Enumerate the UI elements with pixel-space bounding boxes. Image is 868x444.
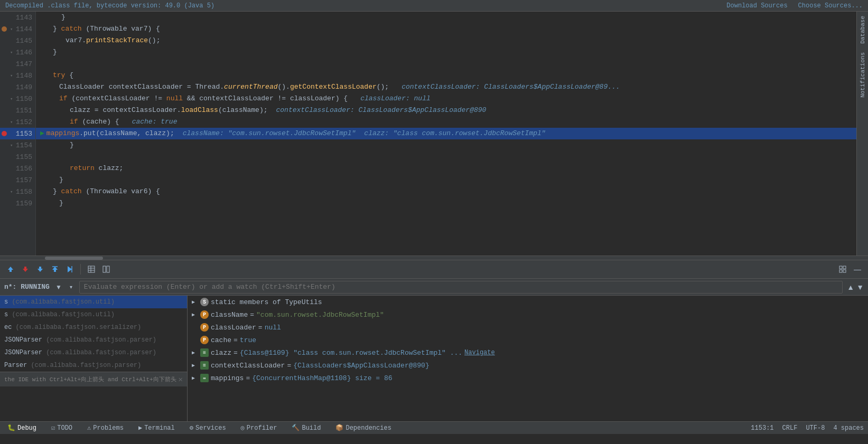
services-icon: ⚙ <box>190 424 193 432</box>
breakpoint-1153[interactable] <box>2 131 7 136</box>
download-sources-link[interactable]: Download Sources <box>726 2 787 10</box>
code-line-1147 <box>36 58 868 70</box>
code-line-1149: ClassLoader contextClassLoader = Thread.… <box>36 81 868 93</box>
right-panel: Database Notifications <box>856 12 868 256</box>
field-icon-contextclassloader: ≡ <box>200 361 209 370</box>
columns-button[interactable] <box>100 263 113 276</box>
step-down-blue-button[interactable] <box>34 263 46 276</box>
var-classLoader[interactable]: ▶ P classLoader = null <box>188 321 868 334</box>
todo-icon: ☑ <box>51 424 55 432</box>
watch-next-button[interactable]: ▼ <box>856 283 864 291</box>
dependencies-icon: 📦 <box>335 424 343 432</box>
status-bar: 🐛 Debug ☑ TODO ⚠ Problems ▶ Terminal ⚙ S… <box>0 421 868 434</box>
stack-frame-1[interactable]: s (com.alibaba.fastjson.util) <box>0 308 187 321</box>
param-icon-classloader: P <box>200 323 209 332</box>
tab-profiler[interactable]: ◎ Profiler <box>238 423 281 433</box>
gutter-row-1155: 1155 <box>0 151 35 163</box>
var-cache[interactable]: ▶ P cache = true <box>188 334 868 346</box>
horizontal-scrollbar[interactable] <box>0 256 868 260</box>
gutter-row-1143: 1143 <box>0 12 35 23</box>
minimize-panel-button[interactable]: — <box>851 263 864 276</box>
code-line-1145: var7.printStackTrace(); <box>36 35 868 46</box>
toolbar-right-buttons: — <box>836 263 864 276</box>
gutter-row-1153: 1153 <box>0 128 35 139</box>
code-line-1151: clazz = contextClassLoader.loadClass(cla… <box>36 105 868 116</box>
problems-icon: ⚠ <box>87 424 91 432</box>
tab-build[interactable]: 🔨 Build <box>288 423 324 433</box>
gutter-row-1150: ▾ 1150 <box>0 93 35 105</box>
var-className[interactable]: ▶ P className = "com.sun.rowset.JdbcRowS… <box>188 308 868 321</box>
code-line-1158: } catch (Throwable var6) { <box>36 186 868 197</box>
gutter-row-1154: ▾ 1154 <box>0 139 35 151</box>
tab-terminal[interactable]: ▶ Terminal <box>135 423 178 433</box>
gutter-row-1152: ▾ 1152 <box>0 116 35 128</box>
line-ending[interactable]: CRLF <box>782 424 798 432</box>
filter-button[interactable]: ▼ <box>54 282 63 292</box>
svg-rect-12 <box>843 270 846 272</box>
debug-panel: n*: RUNNING ▼ ▾ ▲ ▼ s (com.alibaba.fastj… <box>0 279 868 421</box>
var-contextClassLoader[interactable]: ▶ ≡ contextClassLoader = {ClassLoaders$A… <box>188 359 868 372</box>
editor-area: 1143 ▾ 1144 1145 ▾ 1146 <box>0 12 868 256</box>
code-line-1144: } catch (Throwable var7) { <box>36 23 868 35</box>
stack-frame-2[interactable]: ec (com.alibaba.fastjson.serializer) <box>0 321 187 334</box>
svg-marker-1 <box>68 266 72 272</box>
code-line-1150: if (contextClassLoader != null && contex… <box>36 93 868 105</box>
var-clazz[interactable]: ▶ ≡ clazz = {Class@1109} "class com.sun.… <box>188 346 868 359</box>
param-icon-cache: P <box>200 336 209 344</box>
tab-todo[interactable]: ☑ TODO <box>48 423 76 433</box>
watch-input[interactable] <box>84 283 838 291</box>
stack-frame-5[interactable]: Parser (com.alibaba.fastjson.parser) <box>0 359 187 372</box>
table-view-button[interactable] <box>85 263 98 276</box>
tab-dependencies[interactable]: 📦 Dependencies <box>332 423 394 433</box>
database-tab[interactable]: Database <box>858 12 867 48</box>
svg-rect-7 <box>103 266 106 272</box>
scroll-thumb[interactable] <box>45 257 103 260</box>
dropdown-button[interactable]: ▾ <box>68 282 75 292</box>
cursor-position: 1153:1 <box>751 424 773 432</box>
step-out-button[interactable] <box>49 263 61 276</box>
profiler-icon: ◎ <box>241 424 245 432</box>
run-to-cursor-button[interactable] <box>63 263 76 276</box>
terminal-icon: ▶ <box>138 424 142 432</box>
code-line-1159: } <box>36 197 868 209</box>
stack-frame-3[interactable]: JSONParser (com.alibaba.fastjson.parser) <box>0 334 187 346</box>
stack-frame-0[interactable]: s (com.alibaba.fastjson.util) <box>0 296 187 308</box>
tab-services[interactable]: ⚙ Services <box>186 423 229 433</box>
top-bar: Decompiled .class file, bytecode version… <box>0 0 868 12</box>
code-line-1152: if (cache) { cache: true <box>36 116 868 128</box>
static-icon: S <box>200 298 209 306</box>
hint-close-button[interactable]: ✕ <box>179 375 183 384</box>
stack-frame-4[interactable]: JSONParser (com.alibaba.fastjson.parser) <box>0 346 187 359</box>
choose-sources-link[interactable]: Choose Sources... <box>798 2 863 10</box>
code-line-1157: } <box>36 174 868 186</box>
indent[interactable]: 4 spaces <box>833 424 864 432</box>
gutter-row-1148: ▾ 1148 <box>0 70 35 81</box>
debug-status: n*: RUNNING <box>4 283 50 291</box>
clazz-navigate-link[interactable]: Navigate <box>464 349 495 356</box>
step-up-button[interactable] <box>4 263 17 276</box>
layout-button[interactable] <box>836 263 849 276</box>
code-container: 1143 ▾ 1144 1145 ▾ 1146 <box>0 12 868 256</box>
variables-panel: ▶ S static members of TypeUtils ▶ P clas… <box>188 296 868 421</box>
gutter-row-1156: 1156 <box>0 163 35 174</box>
code-line-1154: } <box>36 139 868 151</box>
notifications-tab[interactable]: Notifications <box>858 48 867 102</box>
tab-debug[interactable]: 🐛 Debug <box>4 423 40 433</box>
var-mappings[interactable]: ▶ ∞ mappings = {ConcurrentHashMap@1108} … <box>188 372 868 384</box>
watch-prev-button[interactable]: ▲ <box>847 283 854 291</box>
tab-problems[interactable]: ⚠ Problems <box>84 423 127 433</box>
inf-icon-mappings: ∞ <box>200 374 209 382</box>
code-line-1143: } <box>36 12 868 23</box>
encoding[interactable]: UTF-8 <box>806 424 825 432</box>
var-static-members[interactable]: ▶ S static members of TypeUtils <box>188 296 868 308</box>
svg-rect-11 <box>839 270 842 272</box>
step-down-red-button[interactable] <box>19 263 32 276</box>
hint-text: the IDE with Ctrl+Alt+向上箭头 and Ctrl+Alt+… <box>4 375 176 383</box>
build-icon: 🔨 <box>292 424 300 432</box>
gutter-row-1146: ▾ 1146 <box>0 46 35 58</box>
hint-bar: the IDE with Ctrl+Alt+向上箭头 and Ctrl+Alt+… <box>0 372 187 386</box>
fold-icon-1144 <box>2 26 7 32</box>
stack-panel: s (com.alibaba.fastjson.util) s (com.ali… <box>0 296 188 421</box>
gutter-row-1151: 1151 <box>0 105 35 116</box>
toolbar-sep-1 <box>80 264 81 275</box>
